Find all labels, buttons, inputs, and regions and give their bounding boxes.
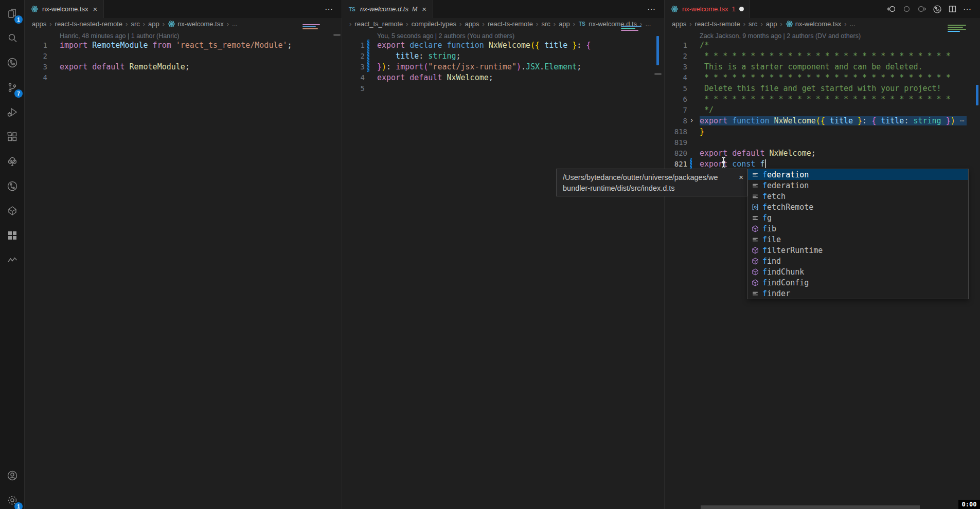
breadcrumb-item[interactable]: ... xyxy=(850,20,856,28)
activity-item-todo-tree[interactable] xyxy=(0,150,25,173)
tab-close-icon[interactable]: × xyxy=(92,5,99,13)
suggest-item-federation[interactable]: federation xyxy=(748,180,968,191)
code-text: export default NxWelcome; xyxy=(377,73,493,82)
breadcrumb-item[interactable]: apps xyxy=(32,20,46,28)
activity-item-explorer[interactable]: 1 xyxy=(0,2,25,25)
breadcrumb-item[interactable]: src xyxy=(749,20,757,28)
minimap-pane1 xyxy=(302,24,320,25)
line-number: 1 xyxy=(342,41,365,49)
code-text: */ xyxy=(700,105,714,115)
git-modified-gutter-mark xyxy=(367,40,369,50)
more-dots-icon[interactable]: ⋯ xyxy=(963,4,972,14)
breadcrumb-item[interactable]: app xyxy=(148,20,159,28)
git-graph-small-icon[interactable] xyxy=(933,5,942,14)
activity-item-git-graph[interactable] xyxy=(0,51,25,74)
tab-nx-welcome.tsx[interactable]: nx-welcome.tsx1 xyxy=(665,0,750,18)
vscode-window: 171 nx-welcome.tsx×⋯apps›react-ts-nested… xyxy=(0,0,980,509)
activity-item-settings[interactable]: 1 xyxy=(0,489,25,509)
minimap-slider-pane2[interactable] xyxy=(654,73,662,75)
activity-item-search[interactable] xyxy=(0,27,25,49)
code-area[interactable]: 1/*2 * * * * * * * * * * * * * * * * * *… xyxy=(665,40,980,169)
search-icon xyxy=(6,32,19,44)
activity-item-extensions[interactable] xyxy=(0,125,25,148)
activity-item-grid[interactable] xyxy=(0,224,25,247)
code-text: export default RemoteModule; xyxy=(60,62,190,71)
text-caret xyxy=(765,159,766,168)
breadcrumb: ›react_ts_remote›compiled-types›apps›rea… xyxy=(342,18,664,29)
suggest-item-federation[interactable]: federation xyxy=(748,169,968,180)
horizontal-scrollbar-pane3[interactable] xyxy=(701,505,920,509)
text-symbol-icon xyxy=(750,171,760,179)
more-actions-icon[interactable]: ⋯ xyxy=(647,4,656,14)
breadcrumb-item[interactable]: app xyxy=(559,20,570,28)
tooltip-close-icon[interactable]: × xyxy=(739,172,743,183)
tab-bar: nx-welcome.tsx×⋯ xyxy=(25,0,342,18)
suggest-item-fg[interactable]: fg xyxy=(748,212,968,223)
line-number: 2 xyxy=(25,52,47,60)
tab-nx-welcome.d.ts[interactable]: TSnx-welcome.d.tsM× xyxy=(342,0,433,18)
suggest-item-findChunk[interactable]: findChunk xyxy=(748,266,968,277)
code-line: 818} xyxy=(665,126,980,137)
overview-ruler-modified-pane2 xyxy=(656,36,659,65)
breadcrumb-item[interactable]: nx-welcome.tsx xyxy=(168,20,224,28)
gutter-decorations xyxy=(365,50,377,61)
breadcrumb-item[interactable]: ... xyxy=(645,20,651,28)
nav-forward-icon[interactable] xyxy=(917,5,926,13)
tab-close-icon[interactable]: × xyxy=(421,5,427,13)
breadcrumb-item[interactable]: app xyxy=(766,20,777,28)
split-editor-icon[interactable] xyxy=(948,5,957,13)
code-line: 4 * * * * * * * * * * * * * * * * * * * … xyxy=(665,72,980,83)
breadcrumb-item[interactable]: react-ts-remote xyxy=(488,20,533,28)
breadcrumb-item[interactable]: apps xyxy=(672,20,686,28)
suggest-item-filterRuntime[interactable]: filterRuntime xyxy=(748,245,968,256)
gutter-decorations xyxy=(47,50,60,61)
line-number: 818 xyxy=(665,128,687,136)
activity-item-accounts[interactable] xyxy=(0,464,25,487)
suggest-item-fib[interactable]: fib xyxy=(748,223,968,234)
code-line: 1export declare function NxWelcome({ tit… xyxy=(342,40,664,50)
code-line: 7 */ xyxy=(665,104,980,115)
dirty-dot-icon[interactable] xyxy=(739,7,744,11)
minimap-pane3 xyxy=(948,27,963,28)
git-modified-gutter-mark xyxy=(690,158,692,169)
suggest-item-find[interactable]: find xyxy=(748,256,968,266)
breadcrumb-item[interactable]: react-ts-nested-remote xyxy=(55,20,123,28)
breadcrumb-item[interactable]: react_ts_remote xyxy=(354,20,403,28)
breadcrumb-item[interactable]: compiled-types xyxy=(412,20,456,28)
minimap-pane2 xyxy=(621,28,635,29)
suggest-item-fetchRemote[interactable]: fetchRemote xyxy=(748,202,968,212)
activity-badge-settings: 1 xyxy=(14,502,23,509)
breadcrumb-chevron-icon: › xyxy=(163,20,165,28)
suggest-item-file[interactable]: file xyxy=(748,234,968,245)
activity-item-wave[interactable] xyxy=(0,249,25,271)
tab-nx-welcome.tsx[interactable]: nx-welcome.tsx× xyxy=(25,0,104,18)
gutter-decorations xyxy=(47,40,60,50)
breadcrumb-item[interactable]: src xyxy=(541,20,550,28)
grid-icon xyxy=(6,229,19,242)
nav-back-icon[interactable] xyxy=(887,5,896,13)
code-text: * * * * * * * * * * * * * * * * * * * * … xyxy=(700,51,951,61)
breadcrumb-item[interactable]: ... xyxy=(232,20,238,28)
suggest-item-finder[interactable]: finder xyxy=(748,288,968,299)
more-actions-icon[interactable]: ⋯ xyxy=(325,4,333,14)
breadcrumb-chevron-icon: › xyxy=(459,20,461,28)
code-area[interactable]: 1export declare function NxWelcome({ tit… xyxy=(342,40,664,94)
definition-path-tooltip: /Users/bytedance/outter/universe/package… xyxy=(556,169,747,196)
activity-item-source-control[interactable]: 7 xyxy=(0,76,25,99)
breadcrumb-item[interactable]: apps xyxy=(465,20,479,28)
activity-item-run-debug[interactable] xyxy=(0,101,25,123)
nav-circle-icon[interactable] xyxy=(902,5,911,13)
tab-bar: TSnx-welcome.d.tsM×⋯ xyxy=(342,0,664,18)
breadcrumb-item[interactable]: nx-welcome.tsx xyxy=(786,20,842,28)
suggest-item-fetch[interactable]: fetch xyxy=(748,191,968,202)
breadcrumb-item[interactable]: src xyxy=(131,20,139,28)
breadcrumb-chevron-icon: › xyxy=(483,20,485,28)
activity-item-timeline[interactable] xyxy=(0,175,25,197)
code-area[interactable]: 1import RemoteModule from 'react_ts_remo… xyxy=(25,40,342,83)
suggest-item-findConfig[interactable]: findConfig xyxy=(748,277,968,288)
breadcrumb-item[interactable]: react-ts-remote xyxy=(695,20,740,28)
fold-collapsed-icon[interactable]: › xyxy=(689,115,694,126)
breadcrumb-chevron-icon: › xyxy=(689,20,691,28)
minimap-slider-pane1[interactable] xyxy=(333,34,341,36)
activity-item-fold-cube[interactable] xyxy=(0,199,25,222)
